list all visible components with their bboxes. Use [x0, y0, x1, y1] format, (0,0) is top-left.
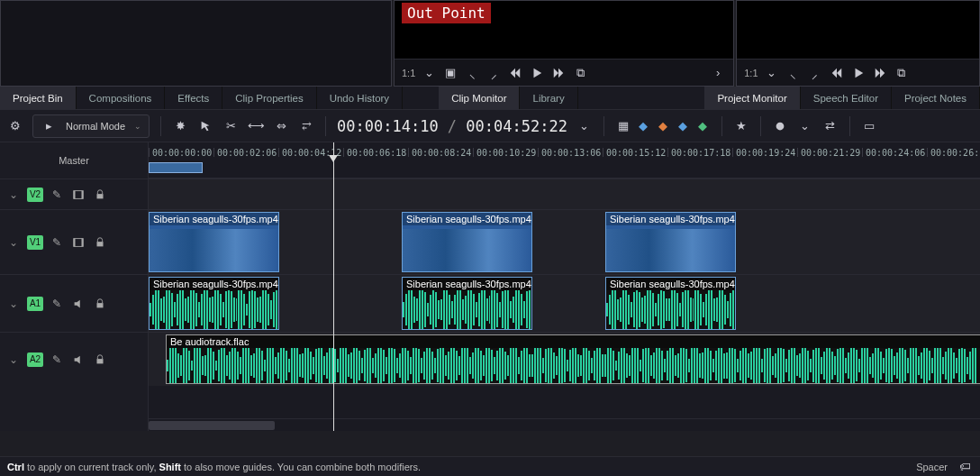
svg-rect-9 — [97, 303, 104, 307]
tab-speech-editor[interactable]: Speech Editor — [801, 87, 892, 109]
wand-icon[interactable]: ✎ — [49, 298, 65, 310]
chevron-down-icon[interactable]: ⌄ — [797, 118, 813, 134]
audio-clip[interactable]: Siberian seagulls-30fps.mp4 — [402, 277, 532, 330]
play-icon[interactable] — [850, 65, 867, 81]
track-header-a2[interactable]: ⌄ A2 ✎ — [0, 332, 148, 386]
wand-icon[interactable]: ✎ — [49, 353, 65, 366]
film-icon[interactable] — [70, 236, 86, 249]
fast-forward-icon[interactable] — [550, 65, 567, 81]
ruler-tick: 00:00:19:24 — [732, 148, 795, 157]
out-marker-icon[interactable]: ⸝ — [485, 65, 502, 81]
svg-rect-8 — [97, 242, 104, 246]
rewind-icon[interactable] — [829, 65, 845, 81]
tab-effects[interactable]: Effects — [165, 87, 222, 109]
track-header-v1[interactable]: ⌄ V1 ✎ — [0, 209, 148, 274]
track-label: V1 — [27, 235, 43, 250]
panel-icon[interactable]: ▭ — [861, 118, 877, 134]
marker-green-icon[interactable]: ◆ — [694, 118, 711, 134]
magnet-icon[interactable]: ✸ — [172, 118, 188, 134]
lock-icon[interactable] — [92, 236, 108, 249]
video-clip[interactable]: Siberian seagulls-30fps.mp4 — [149, 212, 279, 272]
collapse-icon[interactable]: ⌄ — [5, 188, 22, 201]
record-icon[interactable] — [772, 118, 788, 134]
marker-blue2-icon[interactable]: ◆ — [675, 118, 691, 134]
tab-project-notes[interactable]: Project Notes — [892, 87, 980, 109]
play-icon[interactable] — [529, 65, 545, 81]
chevron-down-icon[interactable]: ⌄ — [576, 118, 593, 134]
collapse-icon[interactable]: ⌄ — [5, 236, 22, 249]
track-header-v2[interactable]: ⌄ V2 ✎ — [0, 178, 148, 209]
marker-blue-icon[interactable]: ◆ — [635, 118, 651, 134]
track-v2[interactable] — [149, 178, 980, 209]
zoom-ratio[interactable]: 1:1 — [744, 68, 758, 78]
lock-icon[interactable] — [92, 298, 108, 310]
track-header-a1[interactable]: ⌄ A1 ✎ — [0, 274, 148, 332]
wand-icon[interactable]: ✎ — [49, 236, 65, 249]
slip-tool-icon[interactable]: ⇔ — [273, 118, 289, 134]
next-icon[interactable]: › — [710, 65, 726, 81]
clip-title: Siberian seagulls-30fps.mp4 — [606, 278, 735, 290]
lock-icon[interactable] — [92, 188, 108, 201]
master-track-label[interactable]: Master — [0, 142, 148, 178]
tab-library[interactable]: Library — [520, 87, 577, 109]
tag-icon[interactable]: 🏷 — [957, 459, 973, 475]
film-icon[interactable] — [70, 188, 86, 201]
tab-project-monitor[interactable]: Project Monitor — [704, 87, 800, 109]
chevron-down-icon[interactable]: ⌄ — [421, 65, 437, 81]
tab-clip-monitor[interactable]: Clip Monitor — [439, 87, 520, 109]
chevron-down-icon[interactable]: ⌄ — [764, 65, 780, 81]
time-ruler[interactable]: 00:00:00:0000:00:02:0600:00:04:1200:00:0… — [149, 142, 980, 178]
in-marker-icon[interactable]: ⸜ — [785, 65, 802, 81]
crop-icon[interactable]: ⧉ — [894, 65, 910, 81]
horizontal-scrollbar[interactable] — [149, 418, 980, 431]
scope-icon[interactable]: ▦ — [615, 118, 631, 134]
track-a2[interactable]: Be audiotrack.flac — [149, 332, 980, 386]
collapse-icon[interactable]: ⌄ — [5, 353, 22, 366]
track-a1[interactable]: Siberian seagulls-30fps.mp4Siberian seag… — [149, 274, 980, 332]
fit-icon[interactable]: ▣ — [442, 65, 458, 81]
collapse-icon[interactable]: ⌄ — [5, 298, 22, 310]
svg-rect-4 — [97, 194, 104, 198]
timecode-display[interactable]: 00:00:14:10 / 00:04:52:22 — [337, 117, 567, 135]
edit-mode-dropdown[interactable]: ▸ Normal Mode ⌄ — [32, 114, 150, 138]
ruler-tick: 00:00:21:29 — [797, 148, 860, 157]
out-marker-icon[interactable]: ⸝ — [807, 65, 823, 81]
clip-monitor-view[interactable]: Out Point — [395, 1, 733, 59]
project-monitor-view[interactable] — [737, 1, 979, 59]
zoom-ratio[interactable]: 1:1 — [402, 68, 415, 78]
speaker-icon[interactable] — [70, 298, 86, 310]
wand-icon[interactable]: ✎ — [49, 188, 65, 201]
video-clip[interactable]: Siberian seagulls-30fps.mp4↔ — [402, 212, 532, 272]
crop-icon[interactable]: ⧉ — [572, 65, 588, 81]
marker-orange-icon[interactable]: ◆ — [655, 118, 671, 134]
mode-label: Normal Mode — [66, 121, 125, 132]
playhead[interactable] — [333, 142, 334, 431]
tab-project-bin[interactable]: Project Bin — [0, 87, 77, 109]
tab-undo-history[interactable]: Undo History — [317, 87, 403, 109]
settings-icon[interactable]: ⚙ — [7, 118, 23, 134]
audio-clip[interactable]: Siberian seagulls-30fps.mp4 — [605, 277, 736, 330]
razor-tool-icon[interactable]: ✂ — [222, 118, 239, 134]
swap-icon[interactable]: ⇄ — [822, 118, 839, 134]
in-marker-icon[interactable]: ⸜ — [464, 65, 480, 81]
speaker-icon[interactable] — [70, 353, 86, 366]
lock-icon[interactable] — [92, 353, 108, 366]
select-tool-icon[interactable] — [197, 118, 213, 134]
tab-clip-properties[interactable]: Clip Properties — [222, 87, 316, 109]
rewind-icon[interactable] — [507, 65, 523, 81]
audio-clip[interactable]: Siberian seagulls-30fps.mp4 — [149, 277, 279, 330]
audio-clip[interactable]: Be audiotrack.flac — [166, 334, 980, 384]
scrollbar-thumb[interactable] — [149, 421, 275, 430]
favorite-icon[interactable]: ★ — [733, 118, 749, 134]
tracks-area[interactable]: 00:00:00:0000:00:02:0600:00:04:1200:00:0… — [149, 142, 980, 431]
video-clip[interactable]: Siberian seagulls-30fps.mp4 — [605, 212, 736, 272]
track-v1[interactable]: Siberian seagulls-30fps.mp4Siberian seag… — [149, 209, 980, 274]
tab-compositions[interactable]: Compositions — [77, 87, 166, 109]
status-tool: Spacer — [916, 462, 948, 472]
ruler-tick: 00:00:26:12 — [927, 148, 980, 157]
spacer-tool-icon[interactable]: ⟷ — [248, 118, 264, 134]
project-monitor-controls: 1:1 ⌄ ⸜ ⸝ ⧉ — [737, 59, 979, 86]
zone-bar[interactable] — [149, 162, 203, 173]
ripple-tool-icon[interactable]: ⥂ — [298, 118, 314, 134]
fast-forward-icon[interactable] — [872, 65, 888, 81]
